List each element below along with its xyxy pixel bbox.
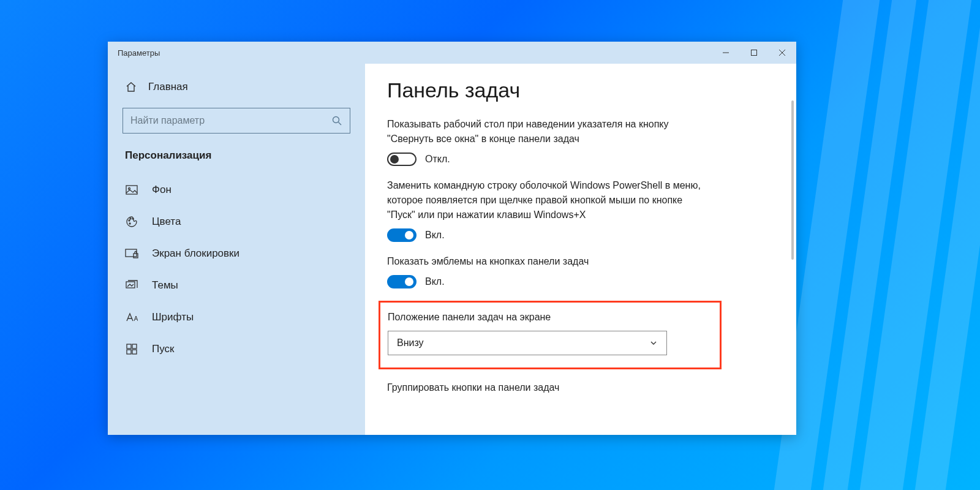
svg-point-10 [132, 218, 134, 219]
sidebar-item-label: Экран блокировки [152, 247, 239, 260]
setting-label: Положение панели задач на экране [388, 310, 712, 325]
search-input[interactable] [130, 115, 331, 126]
close-button[interactable] [768, 42, 796, 64]
sidebar-item-themes[interactable]: Темы [108, 270, 365, 301]
toggle-powershell[interactable] [387, 228, 417, 242]
main-panel: Панель задач Показывать рабочий стол при… [365, 64, 796, 435]
settings-window: Параметры Главная [108, 42, 796, 435]
maximize-button[interactable] [740, 42, 768, 64]
sidebar-item-label: Цвета [152, 216, 181, 228]
search-box[interactable] [123, 108, 350, 134]
sidebar-home[interactable]: Главная [108, 74, 365, 100]
themes-icon [125, 280, 138, 291]
svg-point-9 [130, 218, 131, 219]
toggle-badges[interactable] [387, 275, 417, 288]
sidebar: Главная Персонализация Фон [108, 64, 365, 435]
sidebar-home-label: Главная [148, 81, 188, 93]
toggle-peek-desktop[interactable] [387, 153, 417, 166]
toggle-state-label: Вкл. [425, 276, 445, 287]
setting-description: Показать эмблемы на кнопках панели задач [387, 254, 712, 269]
picture-icon [125, 185, 138, 195]
page-heading: Панель задач [387, 78, 774, 102]
sidebar-item-background[interactable]: Фон [108, 174, 365, 206]
setting-description: Показывать рабочий стол при наведении ук… [387, 117, 712, 146]
toggle-state-label: Откл. [425, 154, 450, 165]
taskbar-position-dropdown[interactable]: Внизу [388, 331, 667, 355]
sidebar-section-label: Персонализация [108, 146, 365, 174]
setting-powershell: Заменить командную строку оболочкой Wind… [387, 178, 712, 242]
svg-line-5 [339, 123, 342, 126]
fonts-icon [125, 312, 138, 322]
svg-rect-17 [127, 350, 131, 354]
palette-icon [125, 216, 138, 228]
sidebar-item-lockscreen[interactable]: Экран блокировки [108, 238, 365, 270]
setting-description: Заменить командную строку оболочкой Wind… [387, 178, 712, 222]
setting-badges: Показать эмблемы на кнопках панели задач… [387, 254, 712, 288]
setting-peek-desktop: Показывать рабочий стол при наведении ук… [387, 117, 712, 166]
search-icon [331, 115, 342, 126]
svg-point-4 [333, 117, 339, 123]
sidebar-item-label: Пуск [152, 343, 174, 355]
svg-point-8 [129, 220, 130, 221]
sidebar-item-label: Шрифты [152, 311, 194, 323]
highlight-annotation: Положение панели задач на экране Внизу [379, 301, 722, 369]
svg-point-7 [129, 188, 130, 190]
svg-rect-13 [134, 254, 138, 258]
sidebar-item-label: Фон [152, 184, 172, 196]
dropdown-value: Внизу [397, 337, 424, 349]
lockscreen-icon [125, 249, 138, 258]
sidebar-item-label: Темы [152, 279, 178, 292]
chevron-down-icon [649, 339, 658, 347]
sidebar-item-colors[interactable]: Цвета [108, 206, 365, 238]
home-icon [125, 81, 137, 93]
toggle-state-label: Вкл. [425, 230, 445, 241]
content-area: Главная Персонализация Фон [108, 64, 796, 435]
sidebar-item-start[interactable]: Пуск [108, 333, 365, 365]
titlebar[interactable]: Параметры [108, 42, 796, 64]
svg-rect-1 [752, 50, 757, 56]
svg-rect-18 [132, 350, 137, 354]
svg-rect-16 [132, 344, 137, 349]
setting-label: Группировать кнопки на панели задач [387, 380, 712, 395]
setting-group-buttons: Группировать кнопки на панели задач [387, 380, 712, 395]
svg-rect-6 [126, 186, 137, 194]
minimize-button[interactable] [712, 42, 740, 64]
sidebar-item-fonts[interactable]: Шрифты [108, 301, 365, 333]
window-title: Параметры [118, 48, 712, 58]
svg-point-11 [129, 223, 130, 224]
start-icon [125, 344, 138, 355]
svg-rect-15 [127, 344, 131, 349]
scrollbar[interactable] [791, 100, 794, 260]
